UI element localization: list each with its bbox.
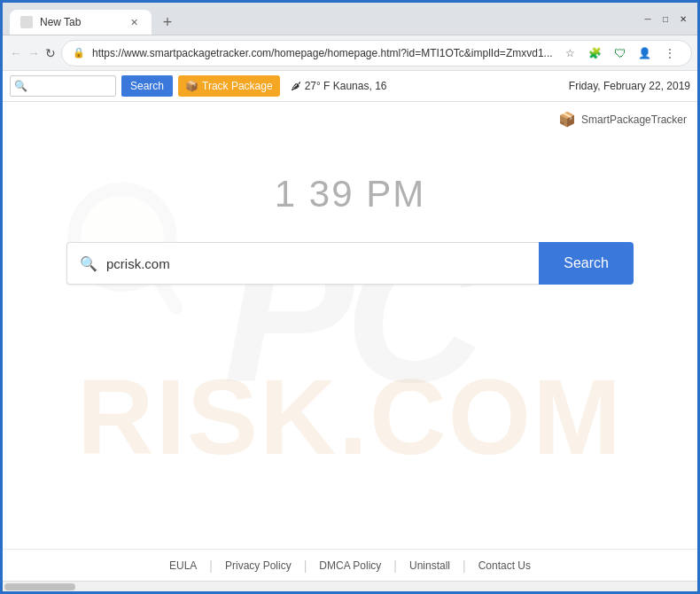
tab-area: New Tab ✕ +	[10, 3, 637, 35]
logo-text: SmartPackageTracker	[581, 113, 687, 126]
main-search-input[interactable]	[106, 256, 526, 271]
menu-button[interactable]: ⋮	[659, 43, 681, 64]
active-tab[interactable]: New Tab ✕	[10, 10, 152, 35]
title-bar: New Tab ✕ + ─ □ ✕	[3, 3, 697, 35]
toolbar-search-icon: 🔍	[14, 80, 27, 92]
track-package-label: Track Package	[202, 80, 273, 92]
back-button[interactable]: ←	[10, 41, 22, 66]
forward-button[interactable]: →	[27, 41, 40, 66]
toolbar: 🔍 Search 📦 Track Package 🌶 27° F Kaunas,…	[3, 70, 697, 102]
main-search-button[interactable]: Search	[539, 242, 634, 285]
refresh-button[interactable]: ↻	[45, 41, 56, 66]
main-content: PC RISK.COM 📦 SmartPackageTracker 1 39 P…	[3, 102, 697, 549]
new-tab-button[interactable]: +	[155, 10, 180, 35]
contact-us-link[interactable]: Contact Us	[466, 559, 543, 572]
security-button[interactable]: 🛡	[610, 43, 631, 64]
date-display: Friday, February 22, 2019	[569, 80, 690, 92]
maximize-button[interactable]: □	[658, 12, 673, 26]
track-package-button[interactable]: 📦 Track Package	[178, 75, 280, 97]
dmca-policy-link[interactable]: DMCA Policy	[307, 559, 393, 572]
minimize-button[interactable]: ─	[641, 12, 655, 26]
scrollbar-thumb[interactable]	[4, 583, 75, 590]
lock-icon: 🔒	[73, 47, 85, 59]
tab-close-button[interactable]: ✕	[127, 15, 141, 29]
package-icon: 📦	[185, 80, 198, 92]
weather-info: 🌶 27° F Kaunas, 16	[291, 80, 387, 92]
weather-icon: 🌶	[291, 80, 301, 92]
search-area: 🔍 Search	[66, 242, 634, 285]
risk-watermark: RISK.COM	[77, 356, 623, 478]
close-button[interactable]: ✕	[676, 12, 690, 26]
search-input-wrapper: 🔍	[66, 242, 539, 285]
account-button[interactable]: 👤	[634, 43, 656, 64]
toolbar-search-input[interactable]	[31, 80, 93, 92]
uninstall-link[interactable]: Uninstall	[397, 559, 463, 572]
watermark-container: PC RISK.COM	[3, 102, 697, 549]
pc-watermark: PC	[223, 202, 477, 426]
toolbar-search-box: 🔍	[10, 75, 116, 97]
bookmark-button[interactable]: ☆	[560, 43, 581, 64]
url-text: https://www.smartpackagetracker.com/home…	[92, 47, 553, 59]
footer: EULA | Privacy Policy | DMCA Policy | Un…	[3, 549, 697, 581]
weather-text: 27° F Kaunas, 16	[305, 80, 387, 92]
browser-window: New Tab ✕ + ─ □ ✕ ← → ↻ 🔒 https://www.sm…	[0, 0, 700, 594]
logo-icon: 📦	[558, 111, 576, 128]
privacy-policy-link[interactable]: Privacy Policy	[213, 559, 304, 572]
extension-button[interactable]: 🧩	[585, 43, 606, 64]
toolbar-search-button[interactable]: Search	[121, 75, 173, 97]
search-icon: 🔍	[80, 255, 97, 272]
site-logo: 📦 SmartPackageTracker	[558, 111, 687, 128]
navigation-bar: ← → ↻ 🔒 https://www.smartpackagetracker.…	[3, 35, 697, 70]
address-bar[interactable]: 🔒 https://www.smartpackagetracker.com/ho…	[61, 40, 692, 66]
eula-link[interactable]: EULA	[157, 559, 209, 572]
address-actions: ☆ 🧩 🛡 👤 ⋮	[560, 43, 681, 64]
tab-favicon	[20, 16, 33, 28]
tab-label: New Tab	[40, 16, 120, 28]
scrollbar-track	[3, 581, 697, 591]
window-controls: ─ □ ✕	[641, 12, 690, 26]
clock-display: 1 39 PM	[275, 173, 425, 215]
